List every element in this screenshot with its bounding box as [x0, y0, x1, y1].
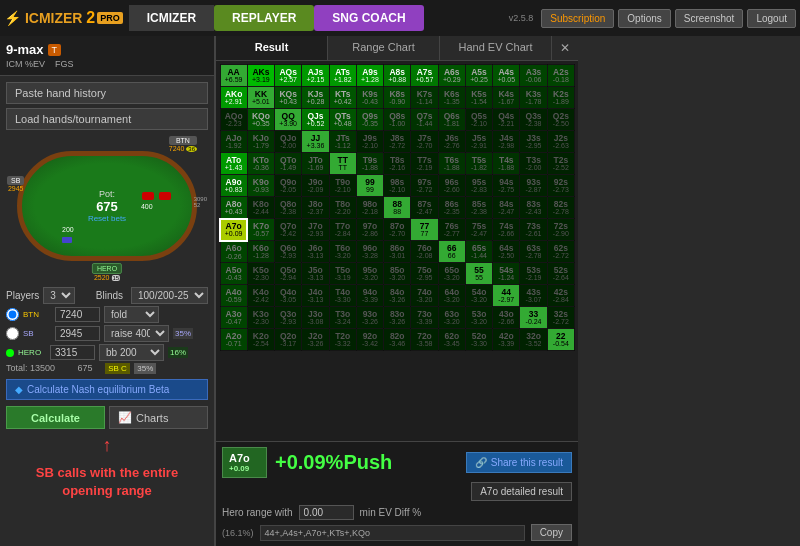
grid-cell-95o[interactable]: 95o-3.20: [356, 263, 383, 285]
hero-stack-input[interactable]: [50, 345, 95, 360]
grid-cell-72s[interactable]: 72s-2.90: [547, 219, 574, 241]
grid-cell-75s[interactable]: 75s-2.47: [465, 219, 492, 241]
grid-cell-Q8s[interactable]: Q8s-1.00: [384, 109, 411, 131]
grid-cell-AQs[interactable]: AQs+2.57: [275, 65, 302, 87]
grid-cell-95s[interactable]: 95s-2.83: [465, 175, 492, 197]
grid-cell-72o[interactable]: 72o-3.58: [411, 329, 438, 351]
grid-cell-J6o[interactable]: J6o-3.13: [302, 241, 329, 263]
grid-cell-A4o[interactable]: A4o-0.59: [220, 285, 247, 307]
grid-cell-76o[interactable]: 76o-2.08: [411, 241, 438, 263]
grid-cell-K7o[interactable]: K7o-0.57: [247, 219, 274, 241]
grid-cell-J4s[interactable]: J4s-2.98: [493, 131, 520, 153]
grid-cell-A2o[interactable]: A2o-0.71: [220, 329, 247, 351]
grid-cell-98s[interactable]: 98s-2.10: [384, 175, 411, 197]
grid-cell-TT[interactable]: TTTT: [329, 153, 356, 175]
tab-result[interactable]: Result: [216, 36, 328, 60]
blinds-select[interactable]: 100/200-25: [131, 287, 208, 304]
grid-cell-Q2o[interactable]: Q2o-3.17: [275, 329, 302, 351]
grid-cell-Q9o[interactable]: Q9o-2.05: [275, 175, 302, 197]
grid-cell-T2o[interactable]: T2o-3.32: [329, 329, 356, 351]
grid-cell-96o[interactable]: 96o-3.28: [356, 241, 383, 263]
grid-cell-T4s[interactable]: T4s-1.88: [493, 153, 520, 175]
grid-cell-T8s[interactable]: T8s-2.16: [384, 153, 411, 175]
grid-cell-J7s[interactable]: J7s-2.70: [411, 131, 438, 153]
grid-cell-53s[interactable]: 53s-2.19: [520, 263, 547, 285]
grid-cell-42s[interactable]: 42s-2.84: [547, 285, 574, 307]
grid-cell-QQ[interactable]: QQ+3.90: [275, 109, 302, 131]
grid-cell-87s[interactable]: 87s-2.47: [411, 197, 438, 219]
btn-radio[interactable]: [6, 308, 19, 321]
screenshot-button[interactable]: Screenshot: [675, 9, 744, 28]
grid-cell-T3o[interactable]: T3o-3.24: [329, 307, 356, 329]
grid-cell-J9o[interactable]: J9o-2.09: [302, 175, 329, 197]
grid-cell-K5s[interactable]: K5s-1.54: [465, 87, 492, 109]
grid-cell-J2s[interactable]: J2s-2.63: [547, 131, 574, 153]
grid-cell-Q9s[interactable]: Q9s-0.35: [356, 109, 383, 131]
grid-cell-A3o[interactable]: A3o-0.47: [220, 307, 247, 329]
grid-cell-JTs[interactable]: JTs-1.12: [329, 131, 356, 153]
grid-cell-K2s[interactable]: K2s-1.89: [547, 87, 574, 109]
grid-cell-AKo[interactable]: AKo+2.91: [220, 87, 247, 109]
grid-cell-Q6o[interactable]: Q6o-2.93: [275, 241, 302, 263]
grid-cell-73o[interactable]: 73o-3.39: [411, 307, 438, 329]
grid-cell-QTo[interactable]: QTo-1.49: [275, 153, 302, 175]
grid-cell-T5s[interactable]: T5s-1.82: [465, 153, 492, 175]
grid-cell-74s[interactable]: 74s-2.66: [493, 219, 520, 241]
grid-cell-Q3s[interactable]: Q3s-2.38: [520, 109, 547, 131]
grid-cell-K6s[interactable]: K6s-1.35: [438, 87, 465, 109]
grid-cell-T9o[interactable]: T9o-2.10: [329, 175, 356, 197]
grid-cell-J5s[interactable]: J5s-2.91: [465, 131, 492, 153]
reset-bets[interactable]: Reset bets: [88, 214, 126, 223]
tab-icmizer[interactable]: ICMIZER: [129, 5, 214, 31]
grid-cell-94s[interactable]: 94s-2.75: [493, 175, 520, 197]
grid-cell-83o[interactable]: 83o-3.26: [384, 307, 411, 329]
grid-cell-32s[interactable]: 32s-2.72: [547, 307, 574, 329]
hero-range-input[interactable]: [299, 505, 354, 520]
grid-cell-A7o[interactable]: A7o+0.09: [220, 219, 247, 241]
grid-cell-J7o[interactable]: J7o-2.93: [302, 219, 329, 241]
grid-cell-96s[interactable]: 96s-2.60: [438, 175, 465, 197]
grid-cell-AKs[interactable]: AKs+3.19: [247, 65, 274, 87]
calculate-button[interactable]: Calculate: [6, 406, 105, 429]
sb-stack-input[interactable]: [55, 326, 100, 341]
grid-cell-84o[interactable]: 84o-3.26: [384, 285, 411, 307]
grid-cell-54o[interactable]: 54o-3.20: [465, 285, 492, 307]
grid-cell-Q4s[interactable]: Q4s-2.21: [493, 109, 520, 131]
grid-cell-A6s[interactable]: A6s+0.29: [438, 65, 465, 87]
grid-cell-T6s[interactable]: T6s-1.88: [438, 153, 465, 175]
grid-cell-A6o[interactable]: A6o-0.26: [220, 241, 247, 263]
grid-cell-AA[interactable]: AA+6.59: [220, 65, 247, 87]
grid-cell-J3o[interactable]: J3o-3.08: [302, 307, 329, 329]
sb-action-select[interactable]: raise 400: [104, 325, 169, 342]
grid-cell-33[interactable]: 33-0.24: [520, 307, 547, 329]
grid-cell-JJ[interactable]: JJ+3.36: [302, 131, 329, 153]
grid-cell-KQo[interactable]: KQo+0.35: [247, 109, 274, 131]
grid-cell-KTs[interactable]: KTs+0.42: [329, 87, 356, 109]
grid-cell-73s[interactable]: 73s-2.61: [520, 219, 547, 241]
grid-cell-J9s[interactable]: J9s-2.10: [356, 131, 383, 153]
grid-cell-62o[interactable]: 62o-3.45: [438, 329, 465, 351]
grid-cell-76s[interactable]: 76s-2.77: [438, 219, 465, 241]
grid-cell-65s[interactable]: 65s-1.44: [465, 241, 492, 263]
players-select[interactable]: 3469: [43, 287, 75, 304]
grid-cell-86s[interactable]: 86s-2.35: [438, 197, 465, 219]
grid-cell-A8o[interactable]: A8o+0.43: [220, 197, 247, 219]
grid-cell-K3o[interactable]: K3o-2.30: [247, 307, 274, 329]
grid-cell-77[interactable]: 7777: [411, 219, 438, 241]
load-hands-button[interactable]: Load hands/tournament: [6, 108, 208, 130]
grid-cell-K4s[interactable]: K4s-1.67: [493, 87, 520, 109]
grid-cell-J6s[interactable]: J6s-2.76: [438, 131, 465, 153]
grid-cell-82s[interactable]: 82s-2.78: [547, 197, 574, 219]
grid-cell-T5o[interactable]: T5o-3.19: [329, 263, 356, 285]
grid-cell-74o[interactable]: 74o-3.20: [411, 285, 438, 307]
grid-cell-83s[interactable]: 83s-2.43: [520, 197, 547, 219]
grid-cell-82o[interactable]: 82o-3.46: [384, 329, 411, 351]
grid-cell-Q7s[interactable]: Q7s-1.44: [411, 109, 438, 131]
logout-button[interactable]: Logout: [747, 9, 796, 28]
grid-cell-92s[interactable]: 92s-2.73: [547, 175, 574, 197]
grid-cell-K6o[interactable]: K6o-1.28: [247, 241, 274, 263]
grid-cell-T8o[interactable]: T8o-2.20: [329, 197, 356, 219]
grid-cell-KK[interactable]: KK+5.01: [247, 87, 274, 109]
grid-cell-K2o[interactable]: K2o-2.54: [247, 329, 274, 351]
copy-button[interactable]: Copy: [531, 524, 572, 541]
